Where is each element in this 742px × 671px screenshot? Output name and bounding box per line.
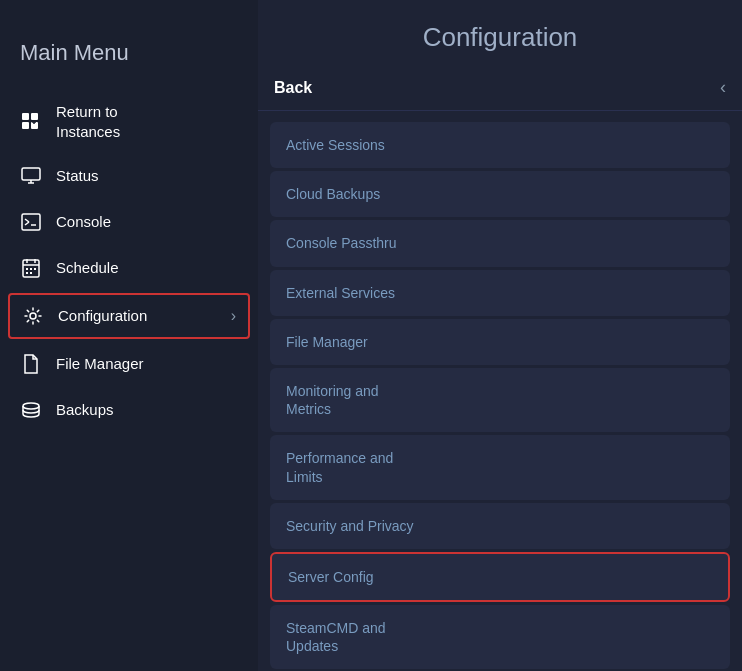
chevron-left-icon[interactable]: ‹ [720, 77, 726, 98]
gear-icon [22, 305, 44, 327]
sidebar-item-configuration[interactable]: Configuration › [8, 293, 250, 339]
monitor-icon [20, 165, 42, 187]
menu-item-steamcmd-updates[interactable]: SteamCMD andUpdates [270, 605, 730, 669]
menu-item-console-passthru[interactable]: Console Passthru [270, 220, 730, 266]
svg-point-23 [23, 403, 39, 409]
svg-rect-2 [22, 122, 29, 129]
menu-item-active-sessions[interactable]: Active Sessions [270, 122, 730, 168]
back-row: Back ‹ [258, 69, 742, 111]
grid-icon [20, 111, 42, 133]
sidebar-item-status[interactable]: Status [0, 153, 258, 199]
menu-item-security-privacy[interactable]: Security and Privacy [270, 503, 730, 549]
menu-item-external-services-label: External Services [286, 284, 395, 302]
sidebar-item-configuration-label: Configuration [58, 306, 147, 326]
svg-rect-17 [26, 268, 28, 270]
svg-rect-20 [26, 272, 28, 274]
sidebar-item-file-manager[interactable]: File Manager [0, 341, 258, 387]
svg-rect-6 [22, 168, 40, 180]
sidebar-title: Main Menu [0, 20, 258, 90]
sidebar-item-backups-label: Backups [56, 400, 114, 420]
console-icon [20, 211, 42, 233]
svg-rect-18 [30, 268, 32, 270]
menu-item-external-services[interactable]: External Services [270, 270, 730, 316]
menu-item-monitoring-metrics-label: Monitoring andMetrics [286, 382, 379, 418]
sidebar-item-schedule[interactable]: Schedule [0, 245, 258, 291]
backups-icon [20, 399, 42, 421]
svg-rect-9 [22, 214, 40, 230]
configuration-panel: Configuration Back ‹ Active Sessions Clo… [258, 0, 742, 671]
menu-item-cloud-backups[interactable]: Cloud Backups [270, 171, 730, 217]
file-icon [20, 353, 42, 375]
svg-rect-1 [31, 113, 38, 120]
menu-item-file-manager-label: File Manager [286, 333, 368, 351]
schedule-icon [20, 257, 42, 279]
sidebar-item-console-label: Console [56, 212, 111, 232]
menu-item-active-sessions-label: Active Sessions [286, 136, 385, 154]
sidebar-item-file-manager-label: File Manager [56, 354, 144, 374]
menu-item-server-config-label: Server Config [288, 568, 374, 586]
svg-rect-21 [30, 272, 32, 274]
sidebar-item-return-to-instances-label: Return toInstances [56, 102, 120, 141]
menu-item-cloud-backups-label: Cloud Backups [286, 185, 380, 203]
svg-rect-0 [22, 113, 29, 120]
svg-rect-19 [34, 268, 36, 270]
menu-item-console-passthru-label: Console Passthru [286, 234, 397, 252]
menu-item-security-privacy-label: Security and Privacy [286, 517, 414, 535]
panel-title: Configuration [258, 0, 742, 69]
menu-item-monitoring-metrics[interactable]: Monitoring andMetrics [270, 368, 730, 432]
svg-point-22 [30, 313, 36, 319]
sidebar: Main Menu Return toInstances Status [0, 0, 258, 671]
sidebar-item-status-label: Status [56, 166, 99, 186]
menu-item-server-config[interactable]: Server Config [270, 552, 730, 602]
svg-line-11 [25, 222, 29, 225]
back-button[interactable]: Back [274, 79, 720, 97]
menu-item-performance-limits-label: Performance andLimits [286, 449, 393, 485]
sidebar-item-console[interactable]: Console [0, 199, 258, 245]
sidebar-item-backups[interactable]: Backups [0, 387, 258, 433]
menu-item-performance-limits[interactable]: Performance andLimits [270, 435, 730, 499]
menu-item-steamcmd-updates-label: SteamCMD andUpdates [286, 619, 386, 655]
chevron-right-icon: › [231, 307, 236, 325]
sidebar-item-return-to-instances[interactable]: Return toInstances [0, 90, 258, 153]
configuration-menu-list: Active Sessions Cloud Backups Console Pa… [258, 115, 742, 671]
menu-item-file-manager[interactable]: File Manager [270, 319, 730, 365]
sidebar-item-schedule-label: Schedule [56, 258, 119, 278]
